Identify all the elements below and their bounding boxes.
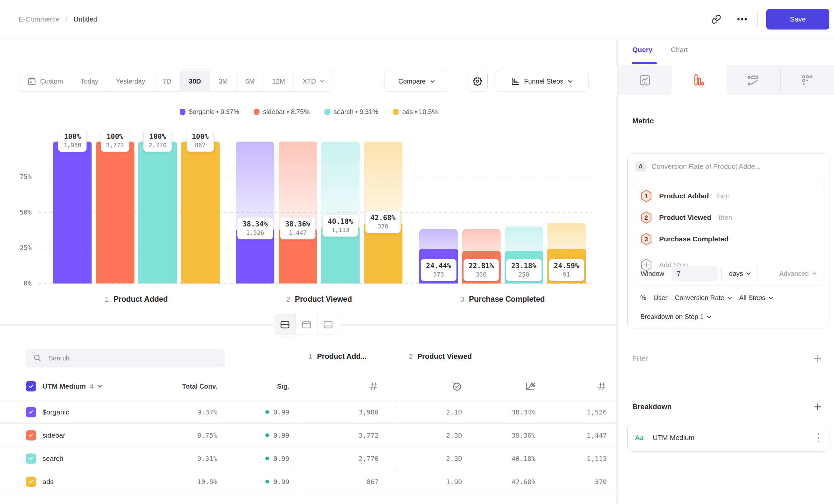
step2-column-title[interactable]: 2 Product Viewed	[409, 352, 472, 361]
measure-dropdown[interactable]: Conversion Rate	[675, 294, 732, 302]
significance-dot	[265, 480, 269, 483]
step1-column-title[interactable]: 1 Product Add...	[309, 352, 367, 361]
metric-section-heading: Metric	[632, 117, 654, 125]
chevron-down-icon	[769, 297, 773, 299]
steps-scope-dropdown[interactable]: All Steps	[739, 294, 773, 302]
tooltip-percent: 40.18%	[328, 217, 353, 226]
search-input[interactable]	[48, 354, 218, 362]
value-tooltip: 42.68%370	[365, 211, 401, 233]
step2-count-value: 1,526	[587, 400, 607, 423]
chevron-down-icon	[707, 316, 711, 318]
flows-icon	[747, 75, 759, 86]
count-metric-icon[interactable]	[597, 376, 607, 396]
total-conversion-value: 8.75%	[197, 424, 217, 446]
window-value-input[interactable]	[672, 266, 718, 281]
metric-title-row[interactable]: A Conversion Rate of Product Adde...	[635, 161, 761, 172]
significance-dot	[265, 410, 269, 414]
metric-card: A Conversion Rate of Product Adde... 1Pr…	[627, 153, 829, 329]
step2-count-value: 1,447	[587, 424, 607, 446]
step2-column-number: 2	[409, 352, 413, 361]
top-bar: E-Commerce / Untitled Save	[0, 0, 834, 39]
row-checkbox[interactable]	[26, 407, 36, 417]
plus-icon	[813, 354, 822, 363]
funnel-bar[interactable]	[53, 142, 92, 283]
time-to-convert-icon[interactable]	[452, 376, 462, 396]
conversion-window-row: Window days Advanced	[641, 266, 816, 281]
more-options-button[interactable]	[733, 10, 751, 28]
step1-column-label: Product Add...	[317, 352, 367, 361]
entity-label[interactable]: User	[654, 294, 667, 302]
table-row[interactable]: $organic9.37%3,9802.1D38.34%1,5260.99	[0, 400, 617, 424]
svg-text:1: 1	[644, 193, 648, 200]
count-metric-icon[interactable]	[369, 376, 378, 396]
step1-count-value: 3,980	[359, 400, 378, 423]
total-conv-column-header[interactable]: Total Conv.	[182, 376, 217, 396]
row-checkbox[interactable]	[26, 430, 36, 440]
percent-symbol: %	[640, 294, 646, 302]
plus-icon	[813, 403, 822, 411]
conversion-trend-icon[interactable]	[525, 376, 535, 396]
report-tab-flows[interactable]	[726, 65, 780, 95]
measurement-row: % User Conversion Rate All Steps	[640, 294, 773, 302]
window-unit-dropdown[interactable]: days	[721, 266, 759, 281]
layout-toggle-group	[274, 314, 339, 335]
sig-column-header[interactable]: Sig.	[277, 376, 289, 396]
add-breakdown-button[interactable]	[813, 403, 822, 411]
row-label: sidebar	[42, 424, 65, 446]
kebab-menu-icon[interactable]	[816, 431, 821, 444]
funnel-bar[interactable]	[96, 142, 134, 283]
table-row[interactable]: ads10.5%8671.9D42.68%3700.99	[0, 470, 617, 494]
breakdown-property-card[interactable]: Aa UTM Medium	[627, 424, 829, 452]
tooltip-percent: 100%	[63, 133, 81, 141]
y-axis-tick: 25%	[5, 244, 31, 252]
add-filter-button[interactable]	[813, 354, 822, 363]
query-step-1[interactable]: 1Product Addedthen	[641, 190, 730, 202]
select-all-checkbox[interactable]	[26, 381, 36, 392]
svg-text:2: 2	[644, 214, 648, 221]
funnel-bar[interactable]	[181, 142, 220, 283]
step-then-label: then	[719, 213, 732, 222]
table-subheader: UTM Medium 4 Total Conv. Sig.	[0, 376, 617, 396]
query-step-2[interactable]: 2Product Viewedthen	[641, 211, 732, 224]
breakdown-on-step-dropdown[interactable]: Breakdown on Step 1	[640, 313, 711, 321]
value-tooltip: 100%3,980	[58, 130, 87, 152]
report-tab-insights[interactable]	[618, 65, 672, 95]
step2-rate-value: 42.68%	[511, 470, 535, 493]
significance-cell: 0.99	[265, 447, 289, 470]
row-checkbox[interactable]	[26, 453, 36, 463]
layout-table-view-button[interactable]	[317, 314, 339, 335]
save-button[interactable]: Save	[766, 9, 829, 29]
funnel-step-label[interactable]: 3Purchase Completed	[460, 295, 545, 304]
layout-split-view-button[interactable]	[275, 314, 296, 335]
value-tooltip: 23.18%258	[506, 259, 542, 281]
tab-query[interactable]: Query	[632, 46, 653, 54]
layout-chart-view-button[interactable]	[296, 314, 317, 335]
query-panel: Query Chart Metric A Conversion Rate of …	[617, 39, 834, 504]
value-tooltip: 24.44%373	[421, 259, 457, 281]
report-type-tabs	[618, 65, 834, 95]
breadcrumb-report-title[interactable]: Untitled	[74, 15, 97, 23]
funnel-steps-card: 1Product Addedthen2Product Viewedthen3Pu…	[634, 180, 824, 285]
group-header[interactable]: UTM Medium 4	[42, 376, 102, 396]
report-tab-funnels[interactable]	[672, 65, 726, 95]
tab-chart[interactable]: Chart	[671, 46, 688, 54]
funnel-step-label[interactable]: 1Product Added	[105, 295, 168, 304]
row-label: search	[42, 447, 63, 470]
value-tooltip: 24.59%91	[549, 259, 585, 281]
row-checkbox[interactable]	[26, 477, 36, 487]
tooltip-percent: 42.68%	[371, 214, 396, 222]
copy-link-button[interactable]	[707, 10, 726, 28]
table-row[interactable]: search9.31%2,7702.3D40.18%1,1130.99	[0, 447, 617, 470]
query-step-3[interactable]: 3Purchase Completed	[641, 233, 728, 245]
significance-dot	[265, 433, 269, 437]
funnel-bar[interactable]	[138, 142, 177, 283]
funnel-step-label[interactable]: 2Product Viewed	[286, 295, 352, 304]
advanced-dropdown[interactable]: Advanced	[779, 270, 816, 277]
tooltip-count: 3,772	[106, 142, 124, 148]
step-number: 2	[286, 295, 290, 304]
breadcrumb-project[interactable]: E-Commerce	[19, 15, 60, 23]
ellipsis-icon	[737, 18, 747, 21]
tooltip-percent: 38.34%	[242, 220, 268, 228]
table-row[interactable]: sidebar8.75%3,7722.3D38.36%1,4470.99	[0, 424, 617, 447]
report-tab-retention[interactable]	[780, 65, 834, 95]
